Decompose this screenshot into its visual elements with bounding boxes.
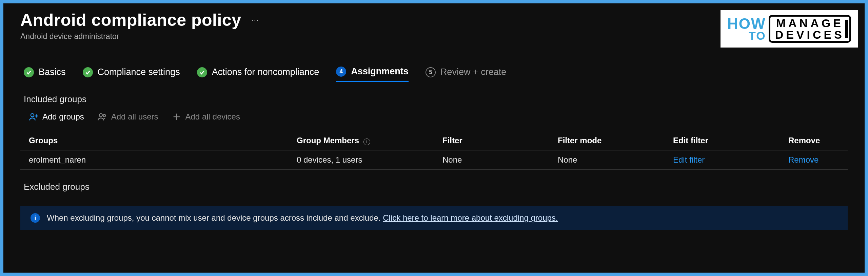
brand-logo: HOW TO MANAGE DEVICES	[721, 10, 858, 48]
add-person-icon	[29, 112, 38, 122]
exclude-info-banner: i When excluding groups, you cannot mix …	[20, 206, 848, 230]
included-groups-heading: Included groups	[20, 94, 848, 105]
page-subtitle: Android device administrator	[20, 32, 259, 41]
title-block: Android compliance policy ··· Android de…	[20, 10, 259, 41]
step-label: Assignments	[351, 66, 409, 77]
add-all-users-button[interactable]: Add all users	[98, 112, 158, 122]
svg-point-3	[99, 114, 102, 117]
step-assignments[interactable]: 4 Assignments	[336, 66, 409, 82]
col-remove[interactable]: Remove	[788, 136, 848, 145]
step-label: Basics	[39, 67, 66, 77]
step-number-icon: 5	[426, 67, 436, 77]
col-groups[interactable]: Groups	[29, 136, 297, 145]
add-all-devices-button[interactable]: Add all devices	[172, 112, 240, 122]
info-icon: i	[31, 213, 40, 223]
info-icon[interactable]: i	[363, 139, 370, 145]
remove-link[interactable]: Remove	[788, 155, 848, 165]
logo-text-right: MANAGE DEVICES	[769, 15, 851, 43]
cell-members: 0 devices, 1 users	[297, 155, 442, 165]
included-groups-toolbar: Add groups Add all users Add all devices	[20, 112, 848, 122]
banner-text: When excluding groups, you cannot mix us…	[47, 213, 558, 223]
button-label: Add all devices	[185, 112, 240, 122]
more-actions-icon[interactable]: ···	[252, 16, 259, 24]
cell-filter: None	[442, 155, 558, 165]
step-actions-noncompliance[interactable]: Actions for noncompliance	[197, 67, 319, 81]
step-label: Review + create	[440, 67, 506, 77]
page-title: Android compliance policy	[20, 10, 241, 30]
policy-panel: Android compliance policy ··· Android de…	[3, 3, 865, 273]
cell-group-name: erolment_naren	[29, 155, 297, 165]
step-review-create[interactable]: 5 Review + create	[426, 67, 506, 81]
check-icon	[197, 67, 207, 77]
edit-filter-link[interactable]: Edit filter	[673, 155, 788, 165]
cell-filter-mode: None	[558, 155, 673, 165]
users-icon	[98, 112, 107, 122]
step-basics[interactable]: Basics	[24, 67, 66, 81]
col-edit-filter[interactable]: Edit filter	[673, 136, 788, 145]
logo-text-to: TO	[749, 31, 766, 41]
step-number-icon: 4	[336, 67, 346, 77]
step-label: Actions for noncompliance	[212, 67, 319, 77]
wizard-steps: Basics Compliance settings Actions for n…	[20, 66, 848, 82]
check-icon	[83, 67, 93, 77]
col-filter-mode[interactable]: Filter mode	[558, 136, 673, 145]
header-row: Android compliance policy ··· Android de…	[20, 10, 848, 48]
svg-point-4	[103, 114, 105, 117]
check-icon	[24, 67, 34, 77]
learn-more-link[interactable]: Click here to learn more about excluding…	[383, 213, 558, 222]
svg-point-0	[31, 114, 34, 117]
add-groups-button[interactable]: Add groups	[29, 112, 84, 122]
plus-icon	[172, 112, 181, 122]
table-header-row: Groups Group Members i Filter Filter mod…	[20, 131, 848, 150]
button-label: Add groups	[42, 112, 84, 122]
button-label: Add all users	[111, 112, 158, 122]
table-row: erolment_naren 0 devices, 1 users None N…	[20, 150, 848, 170]
logo-text-how: HOW	[727, 17, 766, 31]
col-filter[interactable]: Filter	[442, 136, 558, 145]
step-compliance-settings[interactable]: Compliance settings	[83, 67, 180, 81]
included-groups-table: Groups Group Members i Filter Filter mod…	[20, 131, 848, 170]
col-members[interactable]: Group Members i	[297, 136, 442, 145]
step-label: Compliance settings	[98, 67, 180, 77]
excluded-groups-heading: Excluded groups	[20, 182, 848, 192]
